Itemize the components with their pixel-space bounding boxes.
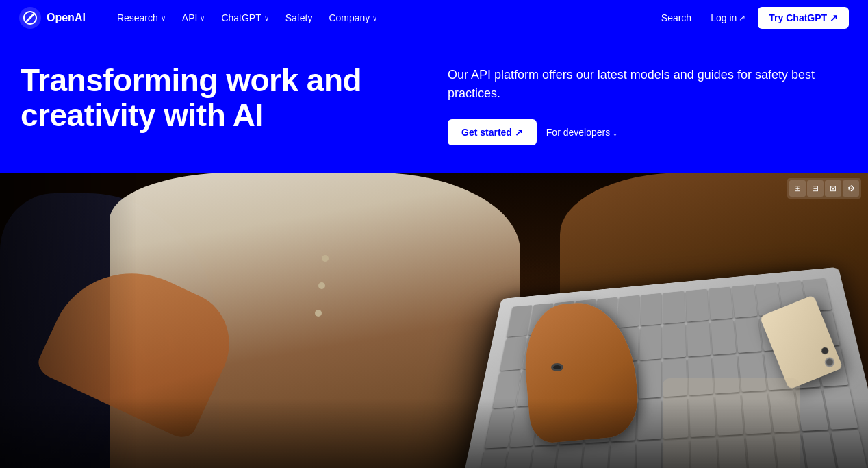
- ring-on-finger: [551, 363, 563, 371]
- nav-links: Research ∨ API ∨ ChatGPT ∨ Safety Compan…: [110, 8, 654, 27]
- try-chatgpt-button[interactable]: Try ChatGPT ↗: [758, 7, 849, 29]
- nav-right: Search Log in ↗ Try ChatGPT ↗: [654, 7, 849, 29]
- nav-link-company[interactable]: Company ∨: [322, 8, 384, 27]
- toolbar-button-2[interactable]: ⊟: [807, 180, 824, 197]
- chevron-down-icon: ∨: [372, 14, 377, 22]
- chevron-down-icon: ∨: [161, 14, 166, 22]
- nav-link-research[interactable]: Research ∨: [110, 8, 173, 27]
- hero-photo: // Generate key elements for(let i=0;i<7…: [0, 173, 868, 468]
- get-started-button[interactable]: Get started ↗: [448, 119, 537, 145]
- toolbar-button-1[interactable]: ⊞: [789, 180, 806, 197]
- hero-buttons: Get started ↗ For developers ↓: [448, 119, 617, 145]
- external-link-icon: ↗: [739, 13, 745, 23]
- chevron-down-icon: ∨: [264, 14, 269, 22]
- hero-image-section: ⊞ ⊟ ⊠ ⚙ // Generate key elements: [0, 173, 868, 468]
- chevron-down-icon: ∨: [200, 14, 205, 22]
- nav-link-safety[interactable]: Safety: [279, 8, 320, 27]
- nav-link-api[interactable]: API ∨: [175, 8, 212, 27]
- logo[interactable]: OpenAI: [19, 7, 86, 29]
- nav-link-chatgpt[interactable]: ChatGPT ∨: [214, 8, 275, 27]
- toolbar-button-3[interactable]: ⊠: [825, 180, 841, 197]
- login-button[interactable]: Log in ↗: [704, 8, 752, 27]
- hero-description: Our API platform offers our latest model…: [448, 66, 831, 103]
- image-toolbar: ⊞ ⊟ ⊠ ⚙: [787, 178, 861, 199]
- hero-title: Transforming work and creativity with AI: [21, 63, 420, 132]
- hero-right: Our API platform offers our latest model…: [448, 63, 847, 145]
- navbar: OpenAI Research ∨ API ∨ ChatGPT ∨ Safety…: [0, 0, 868, 36]
- toolbar-button-4[interactable]: ⚙: [843, 180, 859, 197]
- hero-section: Transforming work and creativity with AI…: [0, 36, 868, 173]
- search-button[interactable]: Search: [654, 8, 698, 27]
- logo-text: OpenAI: [47, 12, 86, 24]
- for-developers-button[interactable]: For developers ↓: [546, 127, 617, 138]
- hero-left: Transforming work and creativity with AI: [21, 63, 448, 132]
